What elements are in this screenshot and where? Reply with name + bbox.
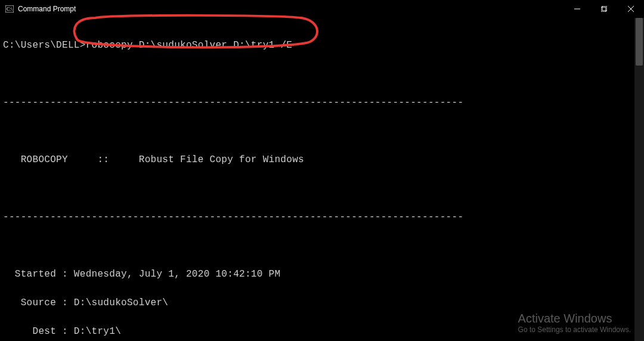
terminal-content[interactable]: C:\Users\DELL>robocopy D:\sudukoSolver D… — [0, 18, 644, 341]
window-title: Command Prompt — [18, 5, 76, 13]
scrollbar-thumb[interactable] — [636, 18, 643, 66]
robocopy-banner: ROBOCOPY :: Robust File Copy for Windows — [3, 153, 644, 167]
blank-line — [3, 181, 644, 196]
minimize-button[interactable] — [564, 0, 590, 18]
command-line: C:\Users\DELL>robocopy D:\sudukoSolver D… — [3, 38, 644, 52]
blank-line — [3, 67, 644, 81]
started-line: Started : Wednesday, July 1, 2020 10:42:… — [3, 267, 644, 281]
source-line: Source : D:\sudukoSolver\ — [3, 296, 644, 310]
prompt: C:\Users\DELL> — [3, 40, 86, 51]
watermark-subtitle: Go to Settings to activate Windows. — [518, 326, 631, 334]
watermark-title: Activate Windows — [518, 312, 631, 326]
activate-windows-watermark: Activate Windows Go to Settings to activ… — [518, 312, 631, 334]
close-button[interactable] — [617, 0, 644, 18]
titlebar: C:\ Command Prompt — [0, 0, 644, 18]
dash-line: ----------------------------------------… — [3, 95, 644, 110]
dash-line: ----------------------------------------… — [3, 210, 644, 224]
cmd-icon: C:\ — [5, 4, 14, 14]
maximize-button[interactable] — [590, 0, 617, 18]
blank-line — [3, 124, 644, 138]
typed-command: robocopy D:\sudukoSolver D:\try1 /E — [86, 40, 293, 51]
blank-line — [3, 238, 644, 253]
scrollbar-track[interactable] — [634, 18, 644, 341]
svg-rect-4 — [602, 6, 607, 11]
svg-rect-3 — [601, 7, 606, 12]
svg-text:C:\: C:\ — [7, 7, 13, 12]
window-controls — [564, 0, 644, 18]
